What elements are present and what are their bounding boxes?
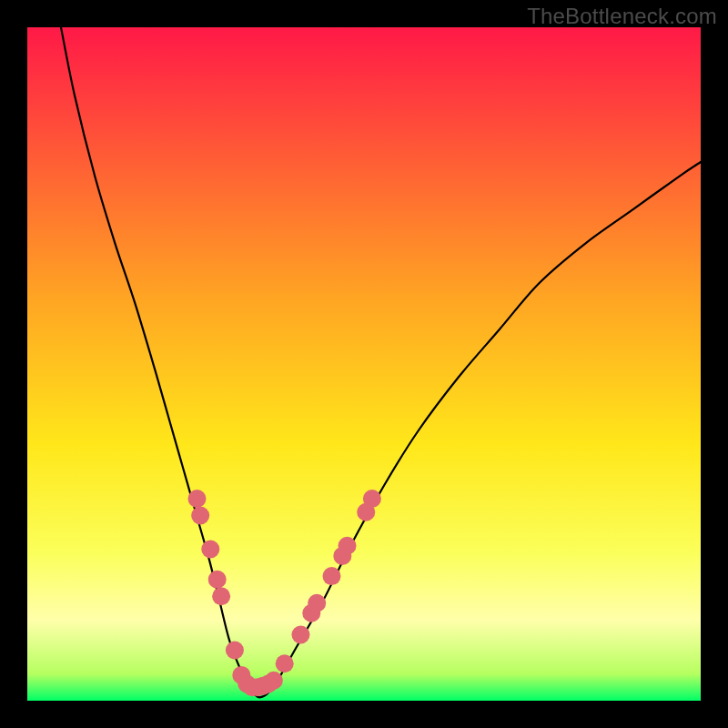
data-marker: [212, 587, 230, 605]
data-marker: [308, 594, 326, 612]
data-marker: [339, 537, 357, 555]
bottleneck-plot: [27, 27, 701, 701]
data-marker: [291, 625, 309, 643]
chart-frame: TheBottleneck.com: [0, 0, 728, 728]
gradient-background: [27, 27, 701, 701]
data-marker: [201, 541, 219, 559]
watermark-text: TheBottleneck.com: [527, 4, 717, 29]
data-marker: [187, 490, 206, 508]
data-marker: [363, 490, 381, 508]
data-marker: [322, 567, 340, 585]
data-marker: [265, 672, 283, 690]
data-marker: [191, 507, 209, 525]
data-marker: [208, 571, 227, 589]
data-marker: [226, 642, 244, 660]
data-marker: [276, 654, 294, 672]
